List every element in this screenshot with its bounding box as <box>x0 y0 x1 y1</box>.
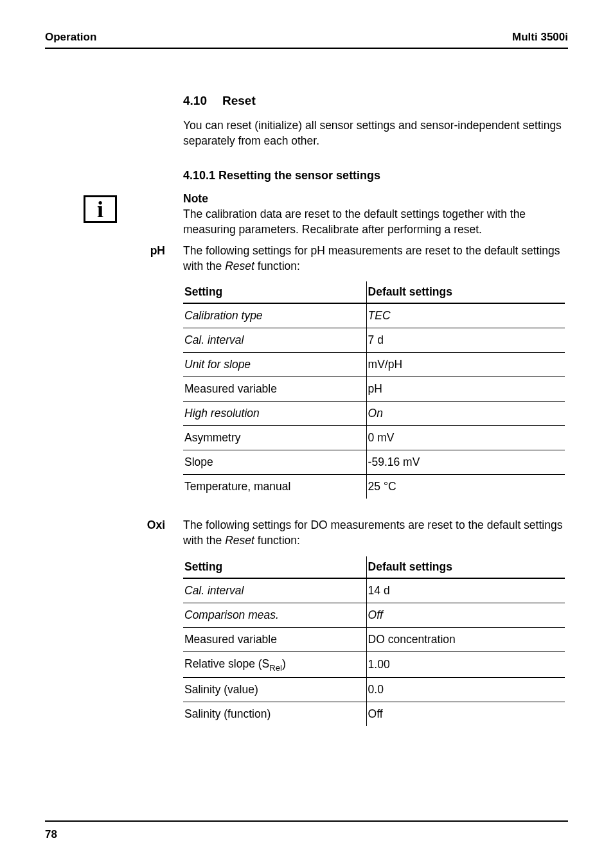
section-intro: You can reset (initialize) all sensor se… <box>183 118 565 148</box>
table-row: Slope-59.16 mV <box>183 450 565 475</box>
ph-side-label: pH <box>45 244 183 258</box>
setting-cell: Salinity (value) <box>183 678 366 702</box>
section-number: 4.10 <box>183 94 207 108</box>
info-icon: i <box>84 195 117 223</box>
subsection-heading: 4.10.1 Resetting the sensor settings <box>183 169 565 182</box>
oxi-settings-table: Setting Default settings Cal. interval14… <box>183 556 565 727</box>
ph-intro: The following settings for pH measuremen… <box>183 244 565 274</box>
oxi-col2-header: Default settings <box>366 556 565 578</box>
page-number: 78 <box>45 828 57 841</box>
setting-cell: Measured variable <box>183 627 366 651</box>
table-row: Asymmetry0 mV <box>183 426 565 450</box>
setting-cell: Relative slope (SRel) <box>183 651 366 678</box>
ph-col2-header: Default settings <box>366 281 565 303</box>
header-right: Multi 3500i <box>512 31 568 44</box>
value-cell: mV/pH <box>366 353 565 377</box>
table-row: High resolutionOn <box>183 402 565 426</box>
header-left: Operation <box>45 31 96 44</box>
value-cell: -59.16 mV <box>366 450 565 475</box>
value-cell: 7 d <box>366 328 565 353</box>
table-row: Salinity (function)Off <box>183 702 565 727</box>
section-heading: 4.10Reset <box>183 94 565 108</box>
setting-cell: Temperature, manual <box>183 475 366 499</box>
table-row: Cal. interval7 d <box>183 328 565 353</box>
value-cell: 0.0 <box>366 678 565 702</box>
oxi-side-label: Oxi <box>45 518 183 532</box>
oxi-intro-em: Reset <box>225 534 254 547</box>
value-cell: On <box>366 402 565 426</box>
value-cell: 14 d <box>366 578 565 603</box>
table-row: Comparison meas.Off <box>183 603 565 627</box>
table-header-row: Setting Default settings <box>183 556 565 578</box>
ph-block: pH The following settings for pH measure… <box>45 244 565 274</box>
setting-cell: Unit for slope <box>183 353 366 377</box>
table-header-row: Setting Default settings <box>183 281 565 303</box>
value-cell: 25 °C <box>366 475 565 499</box>
setting-cell: Calibration type <box>183 303 366 328</box>
setting-cell: High resolution <box>183 402 366 426</box>
value-cell: DO concentration <box>366 627 565 651</box>
oxi-intro: The following settings for DO measuremen… <box>183 518 565 548</box>
table-row: Temperature, manual25 °C <box>183 475 565 499</box>
setting-cell: Comparison meas. <box>183 603 366 627</box>
table-row: Salinity (value)0.0 <box>183 678 565 702</box>
value-cell: Off <box>366 603 565 627</box>
setting-cell: Cal. interval <box>183 578 366 603</box>
table-row: Measured variableDO concentration <box>183 627 565 651</box>
table-row: Relative slope (SRel)1.00 <box>183 651 565 678</box>
subsection-number: 4.10.1 <box>183 169 215 182</box>
setting-cell: Salinity (function) <box>183 702 366 727</box>
page: Operation Multi 3500i 4.10Reset You can … <box>0 0 613 868</box>
ph-col1-header: Setting <box>183 281 366 303</box>
section-title: Reset <box>222 94 256 107</box>
value-cell: Off <box>366 702 565 727</box>
value-cell: pH <box>366 377 565 402</box>
setting-cell: Measured variable <box>183 377 366 402</box>
note-label: Note <box>183 191 565 207</box>
oxi-intro-post: function: <box>254 534 300 547</box>
table-row: Cal. interval14 d <box>183 578 565 603</box>
ph-intro-em: Reset <box>225 260 254 272</box>
table-row: Measured variablepH <box>183 377 565 402</box>
note-block: i Note The calibration data are reset to… <box>45 191 565 237</box>
oxi-col1-header: Setting <box>183 556 366 578</box>
oxi-block: Oxi The following settings for DO measur… <box>45 518 565 548</box>
note-body: The calibration data are reset to the de… <box>183 208 526 236</box>
content-area: 4.10Reset You can reset (initialize) all… <box>183 94 565 726</box>
footer-rule <box>45 820 568 822</box>
table-row: Calibration typeTEC <box>183 303 565 328</box>
subsection-title: Resetting the sensor settings <box>218 169 380 182</box>
note-text: Note The calibration data are reset to t… <box>183 191 565 237</box>
value-cell: 1.00 <box>366 651 565 678</box>
page-header: Operation Multi 3500i <box>45 31 568 49</box>
value-cell: TEC <box>366 303 565 328</box>
value-cell: 0 mV <box>366 426 565 450</box>
table-row: Unit for slopemV/pH <box>183 353 565 377</box>
setting-cell: Asymmetry <box>183 426 366 450</box>
setting-cell: Slope <box>183 450 366 475</box>
setting-cell: Cal. interval <box>183 328 366 353</box>
ph-intro-post: function: <box>254 260 300 272</box>
note-icon-cell: i <box>45 191 183 223</box>
ph-settings-table: Setting Default settings Calibration typ… <box>183 281 565 499</box>
